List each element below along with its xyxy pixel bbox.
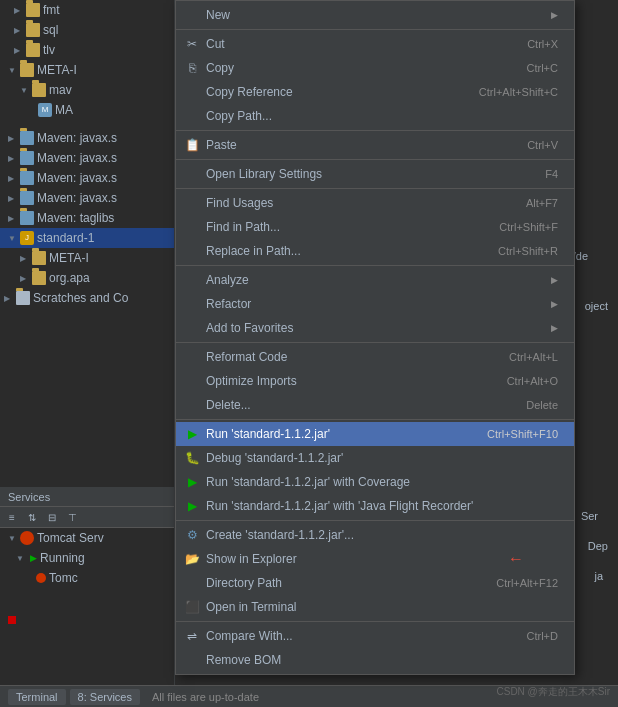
menu-item-copy-path[interactable]: Copy Path... [176, 104, 574, 128]
menu-item-delete[interactable]: Delete... Delete [176, 393, 574, 417]
services-tomcat[interactable]: Tomcat Serv [0, 528, 175, 548]
menu-item-remove-bom[interactable]: Remove BOM [176, 648, 574, 672]
toolbar-btn-1[interactable]: ≡ [4, 509, 20, 525]
menu-item-run-flight-label: Run 'standard-1.1.2.jar' with 'Java Flig… [206, 499, 473, 513]
tree-item-sql[interactable]: sql [0, 20, 174, 40]
arrow-sql [14, 26, 24, 35]
menu-item-copy-reference[interactable]: Copy Reference Ctrl+Alt+Shift+C [176, 80, 574, 104]
menu-item-open-library-shortcut: F4 [545, 168, 558, 180]
menu-item-create[interactable]: ⚙ Create 'standard-1.1.2.jar'... [176, 523, 574, 547]
menu-item-reformat[interactable]: Reformat Code Ctrl+Alt+L [176, 345, 574, 369]
menu-item-analyze-label: Analyze [206, 273, 249, 287]
menu-item-create-label: Create 'standard-1.1.2.jar'... [206, 528, 354, 542]
compare-icon: ⇌ [184, 628, 200, 644]
arrow-tomcat [8, 534, 18, 543]
arrow-tlv [14, 46, 24, 55]
menu-item-analyze[interactable]: Analyze ▶ [176, 268, 574, 292]
menu-item-delete-label: Delete... [206, 398, 251, 412]
menu-divider-8 [176, 520, 574, 521]
services-tomcat2[interactable]: Tomc [0, 568, 175, 588]
folder-icon-tlv [26, 43, 40, 57]
menu-item-new[interactable]: New ▶ [176, 3, 574, 27]
tree-item-orgapa[interactable]: org.apa [0, 268, 174, 288]
menu-item-find-usages-shortcut: Alt+F7 [526, 197, 558, 209]
red-arrow-indicator: ← [508, 550, 524, 568]
tree-item-ma[interactable]: M MA [0, 100, 174, 120]
tree-item-maven4-label: Maven: javax.s [37, 191, 117, 205]
tab-terminal[interactable]: Terminal [8, 689, 66, 705]
arrow-maven4 [8, 194, 18, 203]
menu-item-paste[interactable]: 📋 Paste Ctrl+V [176, 133, 574, 157]
menu-item-copy-shortcut: Ctrl+C [527, 62, 558, 74]
menu-item-open-library[interactable]: Open Library Settings F4 [176, 162, 574, 186]
services-running[interactable]: ▶ Running [0, 548, 175, 568]
menu-item-copy-reference-label: Copy Reference [206, 85, 293, 99]
tree-item-ma-label: MA [55, 103, 73, 117]
tree-item-maven3[interactable]: Maven: javax.s [0, 168, 174, 188]
tree-item-meta2-label: META-I [49, 251, 89, 265]
tree-item-tlv-label: tlv [43, 43, 55, 57]
tab-services[interactable]: 8: Services [70, 689, 140, 705]
menu-item-compare[interactable]: ⇌ Compare With... Ctrl+D [176, 624, 574, 648]
menu-item-optimize[interactable]: Optimize Imports Ctrl+Alt+O [176, 369, 574, 393]
menu-item-open-terminal[interactable]: ⬛ Open in Terminal [176, 595, 574, 619]
menu-item-refactor[interactable]: Refactor ▶ [176, 292, 574, 316]
menu-item-find-usages[interactable]: Find Usages Alt+F7 [176, 191, 574, 215]
menu-item-find-path[interactable]: Find in Path... Ctrl+Shift+F [176, 215, 574, 239]
menu-item-directory-path[interactable]: Directory Path Ctrl+Alt+F12 [176, 571, 574, 595]
menu-item-debug[interactable]: 🐛 Debug 'standard-1.1.2.jar' [176, 446, 574, 470]
folder-icon-mav [32, 83, 46, 97]
menu-item-run-flight[interactable]: ▶ Run 'standard-1.1.2.jar' with 'Java Fl… [176, 494, 574, 518]
tree-item-mav[interactable]: mav [0, 80, 174, 100]
right-label-oject: oject [585, 300, 608, 312]
tree-item-maven3-label: Maven: javax.s [37, 171, 117, 185]
copy-icon: ⎘ [184, 60, 200, 76]
folder-icon-orgapa [32, 271, 46, 285]
arrow-mav [20, 86, 30, 95]
menu-item-cut[interactable]: ✂ Cut Ctrl+X [176, 32, 574, 56]
menu-divider-3 [176, 159, 574, 160]
menu-item-run[interactable]: ▶ Run 'standard-1.1.2.jar' Ctrl+Shift+F1… [176, 422, 574, 446]
arrow-scratches [4, 294, 14, 303]
tree-item-orgapa-label: org.apa [49, 271, 90, 285]
tomcat-icon [20, 531, 34, 545]
tree-item-tlv[interactable]: tlv [0, 40, 174, 60]
arrow-meta2 [20, 254, 30, 263]
debug-icon: 🐛 [184, 450, 200, 466]
menu-item-debug-label: Debug 'standard-1.1.2.jar' [206, 451, 343, 465]
stop-button[interactable] [8, 616, 16, 624]
tree-item-fmt[interactable]: fmt [0, 0, 174, 20]
terminal-icon: ⬛ [184, 599, 200, 615]
toolbar-btn-2[interactable]: ⇅ [24, 509, 40, 525]
arrow-fmt [14, 6, 24, 15]
services-running-label: Running [40, 551, 85, 565]
menu-item-replace-path[interactable]: Replace in Path... Ctrl+Shift+R [176, 239, 574, 263]
tree-item-maven1-label: Maven: javax.s [37, 131, 117, 145]
tree-item-taglibs[interactable]: Maven: taglibs [0, 208, 174, 228]
menu-item-replace-path-shortcut: Ctrl+Shift+R [498, 245, 558, 257]
toolbar-btn-4[interactable]: ⊤ [64, 509, 80, 525]
menu-item-paste-shortcut: Ctrl+V [527, 139, 558, 151]
menu-item-open-library-label: Open Library Settings [206, 167, 322, 181]
tree-item-scratches[interactable]: Scratches and Co [0, 288, 174, 308]
paste-icon: 📋 [184, 137, 200, 153]
tree-item-meta1[interactable]: META-I [0, 60, 174, 80]
tree-item-meta2[interactable]: META-I [0, 248, 174, 268]
tree-item-maven4[interactable]: Maven: javax.s [0, 188, 174, 208]
submenu-arrow-favorites: ▶ [551, 323, 558, 333]
menu-item-run-label: Run 'standard-1.1.2.jar' [206, 427, 330, 441]
tree-panel: fmt sql tlv META-I mav [0, 0, 175, 707]
menu-item-copy[interactable]: ⎘ Copy Ctrl+C [176, 56, 574, 80]
tree-item-maven2[interactable]: Maven: javax.s [0, 148, 174, 168]
tree-item-standard[interactable]: J standard-1 [0, 228, 174, 248]
arrow-standard [8, 234, 18, 243]
submenu-arrow-refactor: ▶ [551, 299, 558, 309]
jar-icon-ma: M [38, 103, 52, 117]
menu-item-run-coverage[interactable]: ▶ Run 'standard-1.1.2.jar' with Coverage [176, 470, 574, 494]
tree-item-sql-label: sql [43, 23, 58, 37]
folder-icon-maven1 [20, 131, 34, 145]
menu-item-show-explorer[interactable]: 📂 Show in Explorer ← [176, 547, 574, 571]
toolbar-btn-3[interactable]: ⊟ [44, 509, 60, 525]
menu-item-add-favorites[interactable]: Add to Favorites ▶ [176, 316, 574, 340]
tree-item-maven1[interactable]: Maven: javax.s [0, 128, 174, 148]
